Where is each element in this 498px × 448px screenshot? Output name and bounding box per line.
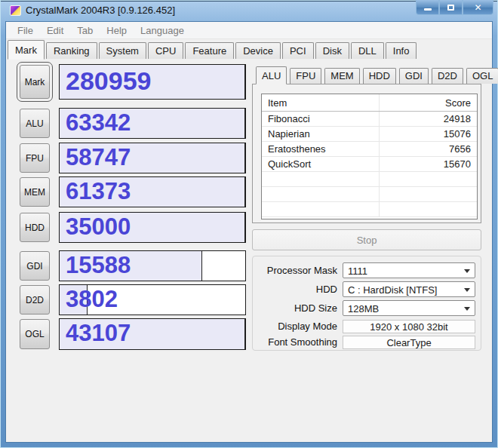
table-row[interactable]: Fibonacci 24918 xyxy=(262,112,477,127)
detail-tab-d2d[interactable]: D2D xyxy=(432,68,463,84)
hdd-size-value: 128MB xyxy=(348,303,379,315)
tab-dll[interactable]: DLL xyxy=(351,42,384,59)
column-header-item[interactable]: Item xyxy=(262,94,380,111)
display-mode-label: Display Mode xyxy=(257,321,343,332)
score-value-mark: 280959 xyxy=(66,66,151,95)
benchmark-button-mem[interactable]: MEM xyxy=(20,177,50,207)
hdd-size-combobox[interactable]: 128MB xyxy=(343,300,475,316)
item-cell: Fibonacci xyxy=(262,112,380,126)
hdd-combobox[interactable]: C : HardDisk [NTFS] xyxy=(343,281,475,297)
table-row[interactable]: QuickSort 15670 xyxy=(262,157,477,172)
detail-tab-strip: ALU FPU MEM HDD GDI D2D OGL xyxy=(256,66,498,84)
stop-button[interactable]: Stop xyxy=(252,229,481,250)
score-box-gdi: 15588 xyxy=(59,250,246,281)
font-smoothing-label: Font Smoothing xyxy=(257,336,343,348)
font-smoothing-row: Font Smoothing ClearType xyxy=(257,334,475,350)
score-cell: 15076 xyxy=(380,127,477,141)
benchmark-button-fpu[interactable]: FPU xyxy=(20,143,50,173)
score-cell: 7656 xyxy=(380,142,477,156)
benchmark-row-ogl: OGL 43107 xyxy=(6,318,255,350)
detail-tab-fpu[interactable]: FPU xyxy=(290,68,321,84)
score-value-fpu: 58747 xyxy=(66,143,131,170)
table-row[interactable] xyxy=(262,172,477,187)
benchmark-row-mark: Mark 280959 xyxy=(6,64,255,100)
score-cell xyxy=(380,187,477,201)
hdd-row: HDD C : HardDisk [NTFS] xyxy=(257,281,475,297)
table-row[interactable] xyxy=(262,187,477,202)
benchmark-button-hdd[interactable]: HDD xyxy=(20,213,50,242)
tab-mark[interactable]: Mark xyxy=(8,40,45,60)
window-body: File Edit Tab Help Language Mark Ranking… xyxy=(5,21,493,443)
detail-tab-hdd[interactable]: HDD xyxy=(363,68,396,84)
close-icon: ✕ xyxy=(474,2,481,13)
menu-language[interactable]: Language xyxy=(134,23,191,38)
menu-help[interactable]: Help xyxy=(100,23,134,38)
item-cell xyxy=(262,202,380,216)
score-value-gdi: 15588 xyxy=(66,251,131,278)
table-header-row: Item Score xyxy=(262,94,477,112)
menu-bar: File Edit Tab Help Language xyxy=(6,22,492,39)
benchmark-button-ogl[interactable]: OGL xyxy=(20,319,50,349)
minimize-button[interactable] xyxy=(416,0,439,15)
benchmark-row-hdd: HDD 35000 xyxy=(6,212,255,243)
score-value-mem: 61373 xyxy=(66,177,131,204)
detail-tab-alu[interactable]: ALU xyxy=(256,66,287,84)
tab-device[interactable]: Device xyxy=(235,42,281,59)
processor-mask-combobox[interactable]: 1111 xyxy=(343,262,475,278)
score-box-hdd: 35000 xyxy=(59,212,246,243)
score-value-alu: 63342 xyxy=(66,109,131,136)
window-title: CrystalMark 2004R3 [0.9.126.452] xyxy=(26,5,175,16)
benchmark-button-gdi[interactable]: GDI xyxy=(20,251,50,281)
benchmark-row-mem: MEM 61373 xyxy=(6,176,255,207)
display-mode-row: Display Mode 1920 x 1080 32bit xyxy=(257,318,475,334)
benchmark-row-gdi: GDI 15588 xyxy=(6,250,255,281)
app-window: CrystalMark 2004R3 [0.9.126.452] ✕ File … xyxy=(0,0,498,448)
table-row[interactable]: Eratosthenes 7656 xyxy=(262,142,477,157)
score-cell xyxy=(380,202,477,216)
menu-tab[interactable]: Tab xyxy=(70,23,100,38)
hdd-size-row: HDD Size 128MB xyxy=(257,300,475,316)
score-box-fpu: 58747 xyxy=(59,143,246,173)
menu-edit[interactable]: Edit xyxy=(40,23,70,38)
chevron-down-icon xyxy=(464,307,470,311)
main-tab-strip: Mark Ranking System CPU Feature Device P… xyxy=(6,39,492,59)
score-cell: 15670 xyxy=(380,157,477,171)
settings-groupbox: Processor Mask 1111 HDD C : HardDisk [NT… xyxy=(252,256,481,351)
menu-file[interactable]: File xyxy=(11,23,40,38)
item-cell xyxy=(262,172,380,186)
tab-feature[interactable]: Feature xyxy=(185,42,234,59)
item-cell: Eratosthenes xyxy=(262,142,380,156)
benchmark-button-mark[interactable]: Mark xyxy=(20,65,50,99)
app-icon xyxy=(10,5,21,16)
window-controls: ✕ xyxy=(416,0,493,15)
item-cell xyxy=(262,187,380,201)
tab-pci[interactable]: PCI xyxy=(282,42,314,59)
maximize-button[interactable] xyxy=(439,0,463,15)
benchmark-row-alu: ALU 63342 xyxy=(6,108,255,139)
hdd-size-label: HDD Size xyxy=(257,302,343,314)
tab-info[interactable]: Info xyxy=(386,42,417,59)
benchmark-button-alu[interactable]: ALU xyxy=(20,109,50,138)
benchmark-row-fpu: FPU 58747 xyxy=(6,143,255,173)
column-header-score[interactable]: Score xyxy=(380,94,477,111)
tab-disk[interactable]: Disk xyxy=(315,42,349,59)
score-box-mem: 61373 xyxy=(59,176,246,207)
score-value-d2d: 3802 xyxy=(66,285,118,312)
table-row[interactable]: Napierian 15076 xyxy=(262,127,477,142)
result-table: Item Score Fibonacci 24918 Napierian 150… xyxy=(261,94,478,219)
chevron-down-icon xyxy=(464,288,470,292)
detail-tab-mem[interactable]: MEM xyxy=(324,68,359,84)
benchmark-button-d2d[interactable]: D2D xyxy=(20,285,50,315)
display-mode-value: 1920 x 1080 32bit xyxy=(343,320,475,333)
title-bar[interactable]: CrystalMark 2004R3 [0.9.126.452] ✕ xyxy=(0,0,498,21)
score-value-ogl: 43107 xyxy=(66,320,131,347)
tab-system[interactable]: System xyxy=(99,42,146,59)
tab-cpu[interactable]: CPU xyxy=(148,42,183,59)
chevron-down-icon xyxy=(464,269,470,273)
table-row[interactable] xyxy=(262,202,477,217)
detail-tab-gdi[interactable]: GDI xyxy=(399,68,429,84)
close-button[interactable]: ✕ xyxy=(463,0,493,15)
item-cell: QuickSort xyxy=(262,157,380,171)
detail-tab-ogl[interactable]: OGL xyxy=(466,68,498,84)
tab-ranking[interactable]: Ranking xyxy=(46,42,97,59)
